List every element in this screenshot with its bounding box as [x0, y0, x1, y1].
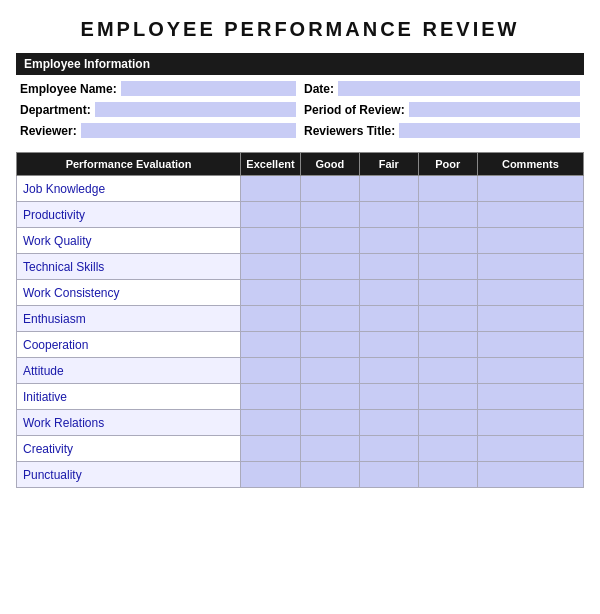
- eval-cell-excellent[interactable]: [241, 254, 301, 280]
- eval-row-label: Punctuality: [17, 462, 241, 488]
- eval-cell-comments[interactable]: [477, 358, 583, 384]
- period-of-review-label: Period of Review:: [304, 103, 405, 117]
- eval-cell-good[interactable]: [300, 254, 359, 280]
- eval-cell-excellent[interactable]: [241, 306, 301, 332]
- eval-cell-comments[interactable]: [477, 280, 583, 306]
- eval-row-label: Job Knowledge: [17, 176, 241, 202]
- col-header-poor: Poor: [418, 153, 477, 176]
- eval-cell-good[interactable]: [300, 462, 359, 488]
- table-row: Attitude: [17, 358, 584, 384]
- table-row: Cooperation: [17, 332, 584, 358]
- eval-cell-excellent[interactable]: [241, 462, 301, 488]
- reviewers-title-field: Reviewers Title:: [304, 121, 580, 140]
- eval-cell-good[interactable]: [300, 410, 359, 436]
- eval-cell-comments[interactable]: [477, 384, 583, 410]
- eval-cell-comments[interactable]: [477, 228, 583, 254]
- employee-info-header: Employee Information: [16, 53, 584, 75]
- eval-cell-fair[interactable]: [359, 228, 418, 254]
- eval-row-label: Work Quality: [17, 228, 241, 254]
- period-of-review-field: Period of Review:: [304, 100, 580, 119]
- date-label: Date:: [304, 82, 334, 96]
- department-label: Department:: [20, 103, 91, 117]
- table-row: Technical Skills: [17, 254, 584, 280]
- eval-cell-fair[interactable]: [359, 280, 418, 306]
- eval-cell-poor[interactable]: [418, 332, 477, 358]
- eval-cell-comments[interactable]: [477, 332, 583, 358]
- performance-eval-section: Performance Evaluation Excellent Good Fa…: [16, 152, 584, 488]
- table-row: Productivity: [17, 202, 584, 228]
- table-row: Work Quality: [17, 228, 584, 254]
- eval-row-label: Productivity: [17, 202, 241, 228]
- eval-cell-excellent[interactable]: [241, 176, 301, 202]
- eval-cell-comments[interactable]: [477, 176, 583, 202]
- eval-cell-fair[interactable]: [359, 384, 418, 410]
- eval-cell-poor[interactable]: [418, 202, 477, 228]
- table-row: Job Knowledge: [17, 176, 584, 202]
- eval-cell-poor[interactable]: [418, 358, 477, 384]
- table-row: Punctuality: [17, 462, 584, 488]
- eval-cell-comments[interactable]: [477, 202, 583, 228]
- eval-row-label: Work Consistency: [17, 280, 241, 306]
- table-row: Work Relations: [17, 410, 584, 436]
- eval-cell-poor[interactable]: [418, 176, 477, 202]
- eval-cell-poor[interactable]: [418, 410, 477, 436]
- eval-cell-poor[interactable]: [418, 280, 477, 306]
- eval-cell-good[interactable]: [300, 176, 359, 202]
- table-row: Work Consistency: [17, 280, 584, 306]
- eval-cell-good[interactable]: [300, 228, 359, 254]
- department-input[interactable]: [95, 102, 296, 117]
- eval-table: Performance Evaluation Excellent Good Fa…: [16, 152, 584, 488]
- reviewer-label: Reviewer:: [20, 124, 77, 138]
- col-header-good: Good: [300, 153, 359, 176]
- eval-cell-excellent[interactable]: [241, 436, 301, 462]
- date-input[interactable]: [338, 81, 580, 96]
- eval-cell-poor[interactable]: [418, 306, 477, 332]
- eval-cell-good[interactable]: [300, 202, 359, 228]
- eval-cell-excellent[interactable]: [241, 410, 301, 436]
- eval-cell-fair[interactable]: [359, 462, 418, 488]
- eval-cell-fair[interactable]: [359, 436, 418, 462]
- eval-cell-comments[interactable]: [477, 306, 583, 332]
- table-row: Creativity: [17, 436, 584, 462]
- eval-cell-excellent[interactable]: [241, 280, 301, 306]
- eval-cell-comments[interactable]: [477, 462, 583, 488]
- eval-cell-good[interactable]: [300, 306, 359, 332]
- eval-cell-comments[interactable]: [477, 410, 583, 436]
- employee-info-section: Employee Information Employee Name: Date…: [16, 53, 584, 144]
- eval-cell-poor[interactable]: [418, 436, 477, 462]
- eval-cell-excellent[interactable]: [241, 384, 301, 410]
- eval-cell-comments[interactable]: [477, 254, 583, 280]
- reviewers-title-input[interactable]: [399, 123, 580, 138]
- eval-cell-comments[interactable]: [477, 436, 583, 462]
- period-of-review-input[interactable]: [409, 102, 580, 117]
- eval-cell-poor[interactable]: [418, 384, 477, 410]
- employee-name-field: Employee Name:: [20, 79, 296, 98]
- eval-cell-poor[interactable]: [418, 462, 477, 488]
- reviewer-input[interactable]: [81, 123, 296, 138]
- eval-cell-fair[interactable]: [359, 254, 418, 280]
- eval-cell-poor[interactable]: [418, 254, 477, 280]
- eval-cell-excellent[interactable]: [241, 202, 301, 228]
- eval-cell-excellent[interactable]: [241, 228, 301, 254]
- eval-cell-fair[interactable]: [359, 332, 418, 358]
- eval-cell-good[interactable]: [300, 436, 359, 462]
- table-row: Enthusiasm: [17, 306, 584, 332]
- employee-name-input[interactable]: [121, 81, 296, 96]
- eval-cell-poor[interactable]: [418, 228, 477, 254]
- eval-cell-fair[interactable]: [359, 410, 418, 436]
- eval-cell-fair[interactable]: [359, 306, 418, 332]
- eval-cell-fair[interactable]: [359, 358, 418, 384]
- date-field: Date:: [304, 79, 580, 98]
- reviewers-title-label: Reviewers Title:: [304, 124, 395, 138]
- eval-cell-excellent[interactable]: [241, 358, 301, 384]
- department-field: Department:: [20, 100, 296, 119]
- eval-row-label: Technical Skills: [17, 254, 241, 280]
- eval-cell-good[interactable]: [300, 332, 359, 358]
- eval-cell-fair[interactable]: [359, 202, 418, 228]
- eval-cell-good[interactable]: [300, 358, 359, 384]
- eval-cell-excellent[interactable]: [241, 332, 301, 358]
- reviewer-field: Reviewer:: [20, 121, 296, 140]
- eval-cell-good[interactable]: [300, 384, 359, 410]
- eval-cell-fair[interactable]: [359, 176, 418, 202]
- eval-cell-good[interactable]: [300, 280, 359, 306]
